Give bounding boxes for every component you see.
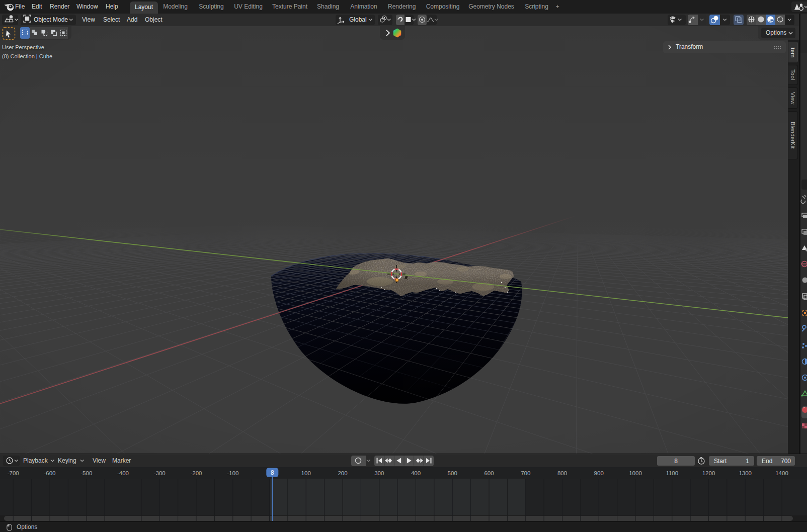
- svg-text:200: 200: [338, 470, 347, 476]
- svg-text:-400: -400: [117, 470, 129, 476]
- svg-text:100: 100: [301, 470, 311, 476]
- svg-text:1300: 1300: [739, 470, 752, 476]
- svg-text:1400: 1400: [775, 470, 788, 476]
- svg-text:400: 400: [411, 470, 421, 476]
- svg-text:-600: -600: [44, 470, 55, 476]
- svg-text:8: 8: [271, 469, 274, 476]
- svg-text:-700: -700: [8, 470, 19, 476]
- svg-text:700: 700: [521, 470, 530, 476]
- svg-text:1100: 1100: [666, 470, 678, 476]
- svg-text:-300: -300: [154, 470, 166, 476]
- svg-text:900: 900: [594, 470, 604, 476]
- svg-text:1200: 1200: [702, 470, 715, 476]
- svg-text:-100: -100: [227, 470, 238, 476]
- svg-text:1000: 1000: [629, 470, 642, 476]
- svg-text:500: 500: [448, 470, 457, 476]
- svg-text:800: 800: [557, 470, 567, 476]
- svg-text:300: 300: [374, 470, 384, 476]
- svg-text:-200: -200: [190, 470, 202, 476]
- svg-text:-500: -500: [80, 470, 92, 476]
- svg-text:600: 600: [484, 470, 494, 476]
